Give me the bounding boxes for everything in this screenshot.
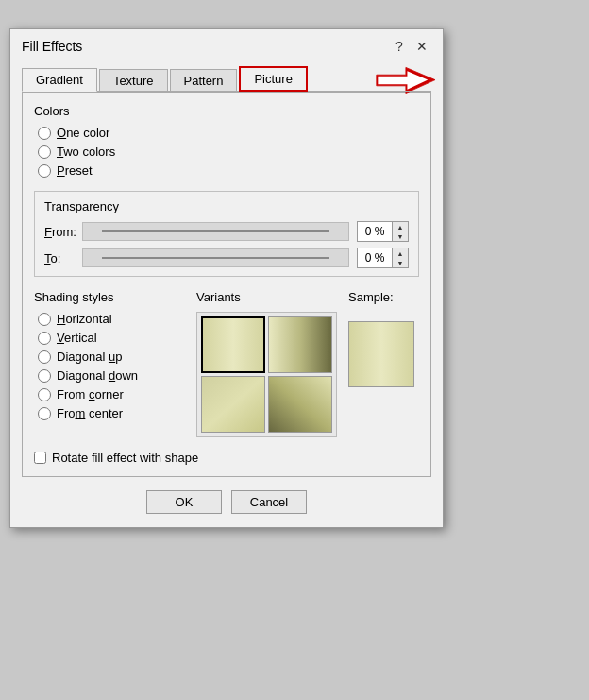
- transparency-from-down[interactable]: ▼: [393, 231, 408, 241]
- radio-one-color[interactable]: One color: [38, 126, 419, 140]
- sample-label: Sample:: [348, 290, 424, 304]
- transparency-to-spinner: ▲ ▼: [392, 248, 408, 267]
- arrow-annotation: [369, 61, 435, 99]
- radio-preset-input[interactable]: [38, 164, 51, 178]
- tab-pattern[interactable]: Pattern: [170, 69, 238, 92]
- sample-preview: [348, 321, 414, 387]
- transparency-to-value-box: 0 % ▲ ▼: [357, 248, 409, 268]
- radio-one-color-label: One color: [57, 126, 109, 140]
- radio-diagonal-down-input[interactable]: [38, 369, 51, 383]
- transparency-to-slider[interactable]: [82, 248, 349, 267]
- transparency-section: Transparency From: 0 % ▲ ▼ To:: [34, 191, 419, 277]
- radio-two-colors-label: Two colors: [57, 145, 115, 159]
- fill-effects-dialog: Fill Effects ? ✕ Gradient Texture Patter…: [9, 28, 444, 528]
- radio-two-colors-input[interactable]: [38, 145, 51, 159]
- radio-preset[interactable]: Preset: [38, 163, 419, 178]
- help-button[interactable]: ?: [390, 37, 409, 56]
- radio-diagonal-up-input[interactable]: [38, 350, 51, 364]
- tab-gradient[interactable]: Gradient: [22, 68, 97, 92]
- transparency-from-value-box: 0 % ▲ ▼: [357, 221, 409, 242]
- radio-from-center-input[interactable]: [38, 407, 51, 420]
- radio-vertical-label: Vertical: [57, 331, 97, 345]
- transparency-from-row: From: 0 % ▲ ▼: [44, 221, 409, 242]
- shading-styles-section: Shading styles Horizontal Vertical Diago…: [34, 290, 185, 437]
- shading-styles-radio-group: Horizontal Vertical Diagonal up Diagonal…: [34, 312, 185, 420]
- sample-section: Sample:: [348, 290, 424, 437]
- radio-diagonal-up[interactable]: Diagonal up: [38, 350, 185, 364]
- variant-4[interactable]: [268, 376, 332, 433]
- radio-horizontal[interactable]: Horizontal: [38, 312, 185, 326]
- radio-from-corner-input[interactable]: [38, 388, 51, 401]
- dialog-title: Fill Effects: [22, 39, 82, 54]
- transparency-to-value[interactable]: 0 %: [358, 250, 392, 265]
- transparency-to-row: To: 0 % ▲ ▼: [44, 248, 409, 268]
- radio-from-center-label: From center: [57, 406, 123, 420]
- ok-button[interactable]: OK: [146, 490, 222, 514]
- transparency-to-up[interactable]: ▲: [393, 248, 408, 258]
- transparency-label: Transparency: [44, 199, 409, 213]
- title-bar-left: Fill Effects: [22, 39, 82, 54]
- shading-styles-label: Shading styles: [34, 290, 185, 304]
- radio-vertical-input[interactable]: [38, 332, 51, 345]
- transparency-from-spinner: ▲ ▼: [392, 222, 408, 241]
- variant-2[interactable]: [268, 316, 332, 373]
- radio-horizontal-label: Horizontal: [57, 312, 112, 326]
- radio-diagonal-up-label: Diagonal up: [57, 350, 122, 364]
- radio-two-colors[interactable]: Two colors: [38, 145, 419, 159]
- transparency-to-label: To:: [44, 251, 75, 265]
- colors-radio-group: One color Two colors Preset: [34, 126, 419, 178]
- rotate-checkbox-label: Rotate fill effect with shape: [52, 451, 198, 465]
- bottom-buttons: OK Cancel: [10, 477, 443, 527]
- transparency-from-up[interactable]: ▲: [393, 222, 408, 231]
- trans-slider-line: [102, 230, 329, 232]
- title-bar: Fill Effects ? ✕: [10, 29, 443, 60]
- transparency-from-label: From:: [44, 225, 75, 239]
- transparency-from-value[interactable]: 0 %: [358, 224, 392, 239]
- colors-section-label: Colors: [34, 104, 419, 118]
- radio-diagonal-down-label: Diagonal down: [57, 368, 138, 383]
- radio-from-corner[interactable]: From corner: [38, 387, 185, 401]
- rotate-checkbox-row: Rotate fill effect with shape: [34, 451, 419, 465]
- red-arrow-icon: [369, 61, 435, 99]
- tabs-outer: Gradient Texture Pattern Picture: [10, 60, 443, 92]
- tab-texture-label: Texture: [113, 74, 154, 88]
- tabs-row: Gradient Texture Pattern Picture: [10, 60, 443, 91]
- rotate-checkbox[interactable]: [34, 452, 46, 464]
- tab-picture[interactable]: Picture: [239, 66, 307, 92]
- main-content: Colors One color Two colors Preset Trans…: [22, 92, 431, 477]
- close-button[interactable]: ✕: [412, 37, 431, 56]
- radio-one-color-input[interactable]: [38, 127, 51, 140]
- variants-label: Variants: [196, 290, 337, 304]
- trans-to-slider-line: [102, 257, 329, 259]
- transparency-from-slider[interactable]: [82, 222, 349, 241]
- tab-gradient-label: Gradient: [36, 73, 83, 87]
- title-bar-right: ? ✕: [390, 37, 431, 56]
- cancel-button[interactable]: Cancel: [231, 490, 307, 514]
- tab-texture[interactable]: Texture: [99, 69, 168, 92]
- radio-from-corner-label: From corner: [57, 387, 124, 401]
- variants-section: Variants: [196, 290, 337, 437]
- tab-pattern-label: Pattern: [184, 74, 224, 88]
- variant-1[interactable]: [201, 316, 265, 373]
- variant-3[interactable]: [201, 376, 265, 433]
- variants-grid: [196, 312, 337, 437]
- radio-horizontal-input[interactable]: [38, 313, 51, 326]
- radio-from-center[interactable]: From center: [38, 406, 185, 420]
- lower-section: Shading styles Horizontal Vertical Diago…: [34, 290, 419, 437]
- transparency-to-down[interactable]: ▼: [393, 258, 408, 267]
- radio-vertical[interactable]: Vertical: [38, 331, 185, 345]
- radio-diagonal-down[interactable]: Diagonal down: [38, 368, 185, 383]
- radio-preset-label: Preset: [57, 163, 93, 178]
- tab-picture-label: Picture: [254, 72, 292, 86]
